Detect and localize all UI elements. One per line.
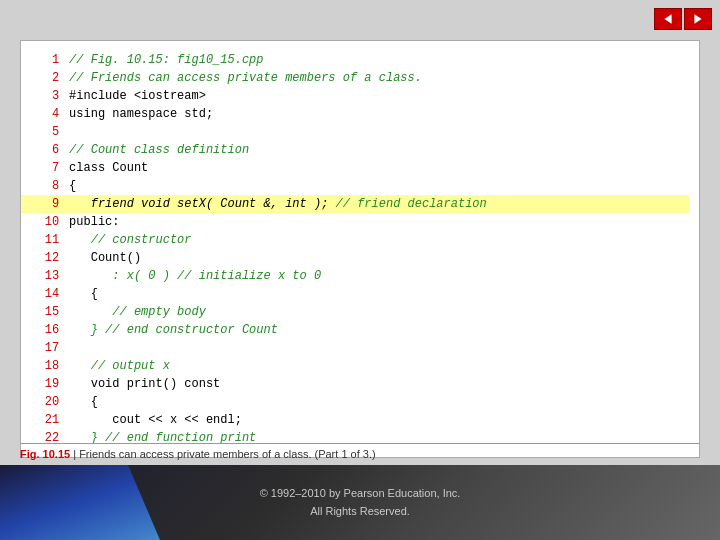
code-line: class Count — [69, 159, 689, 177]
code-line: void print() const — [69, 375, 689, 393]
table-row: 14 { — [21, 285, 689, 303]
table-row: 9 friend void setX( Count &, int ); // f… — [21, 195, 689, 213]
line-number: 11 — [21, 231, 69, 249]
table-row: 5 — [21, 123, 689, 141]
copyright-line2: All Rights Reserved. — [260, 503, 461, 521]
nav-buttons — [654, 8, 712, 30]
code-table: 1// Fig. 10.15: fig10_15.cpp2// Friends … — [21, 51, 689, 447]
code-line: // Fig. 10.15: fig10_15.cpp — [69, 51, 689, 69]
copyright-text: © 1992–2010 by Pearson Education, Inc. A… — [260, 485, 461, 520]
table-row: 3#include <iostream> — [21, 87, 689, 105]
table-row: 16 } // end constructor Count — [21, 321, 689, 339]
code-line — [69, 339, 689, 357]
table-row: 20 { — [21, 393, 689, 411]
line-number: 20 — [21, 393, 69, 411]
table-row: 1// Fig. 10.15: fig10_15.cpp — [21, 51, 689, 69]
table-row: 12 Count() — [21, 249, 689, 267]
code-line: // Friends can access private members of… — [69, 69, 689, 87]
line-number: 10 — [21, 213, 69, 231]
prev-button[interactable] — [654, 8, 682, 30]
svg-marker-0 — [664, 14, 671, 24]
line-number: 7 — [21, 159, 69, 177]
table-row: 15 // empty body — [21, 303, 689, 321]
line-number: 5 — [21, 123, 69, 141]
code-line: friend void setX( Count &, int ); // fri… — [69, 195, 689, 213]
table-row: 7class Count — [21, 159, 689, 177]
line-number: 1 — [21, 51, 69, 69]
code-line: { — [69, 177, 689, 195]
code-line: { — [69, 285, 689, 303]
line-number: 13 — [21, 267, 69, 285]
table-row: 2// Friends can access private members o… — [21, 69, 689, 87]
line-number: 21 — [21, 411, 69, 429]
table-row: 13 : x( 0 ) // initialize x to 0 — [21, 267, 689, 285]
line-number: 3 — [21, 87, 69, 105]
line-number: 18 — [21, 357, 69, 375]
table-row: 10public: — [21, 213, 689, 231]
code-line: } // end constructor Count — [69, 321, 689, 339]
code-line: // empty body — [69, 303, 689, 321]
figure-label: Fig. 10.15 — [20, 448, 70, 460]
next-button[interactable] — [684, 8, 712, 30]
code-line: // constructor — [69, 231, 689, 249]
line-number: 12 — [21, 249, 69, 267]
line-number: 17 — [21, 339, 69, 357]
figure-caption: Fig. 10.15 | Friends can access private … — [20, 443, 700, 460]
line-number: 6 — [21, 141, 69, 159]
code-line: : x( 0 ) // initialize x to 0 — [69, 267, 689, 285]
line-number: 16 — [21, 321, 69, 339]
table-row: 18 // output x — [21, 357, 689, 375]
code-line: // output x — [69, 357, 689, 375]
code-line: cout << x << endl; — [69, 411, 689, 429]
copyright-line1: © 1992–2010 by Pearson Education, Inc. — [260, 485, 461, 503]
code-line: Count() — [69, 249, 689, 267]
table-row: 11 // constructor — [21, 231, 689, 249]
caption-separator: | — [70, 448, 79, 460]
line-number: 14 — [21, 285, 69, 303]
svg-marker-1 — [694, 14, 701, 24]
code-line: #include <iostream> — [69, 87, 689, 105]
table-row: 21 cout << x << endl; — [21, 411, 689, 429]
table-row: 17 — [21, 339, 689, 357]
table-row: 8{ — [21, 177, 689, 195]
table-row: 19 void print() const — [21, 375, 689, 393]
code-line: public: — [69, 213, 689, 231]
bottom-bar: © 1992–2010 by Pearson Education, Inc. A… — [0, 465, 720, 540]
code-line: // Count class definition — [69, 141, 689, 159]
line-number: 8 — [21, 177, 69, 195]
line-number: 19 — [21, 375, 69, 393]
code-container: 1// Fig. 10.15: fig10_15.cpp2// Friends … — [20, 40, 700, 458]
line-number: 4 — [21, 105, 69, 123]
code-line: { — [69, 393, 689, 411]
line-number: 9 — [21, 195, 69, 213]
code-line — [69, 123, 689, 141]
caption-description: Friends can access private members of a … — [79, 448, 376, 460]
table-row: 6// Count class definition — [21, 141, 689, 159]
line-number: 2 — [21, 69, 69, 87]
code-line: using namespace std; — [69, 105, 689, 123]
table-row: 4using namespace std; — [21, 105, 689, 123]
line-number: 15 — [21, 303, 69, 321]
